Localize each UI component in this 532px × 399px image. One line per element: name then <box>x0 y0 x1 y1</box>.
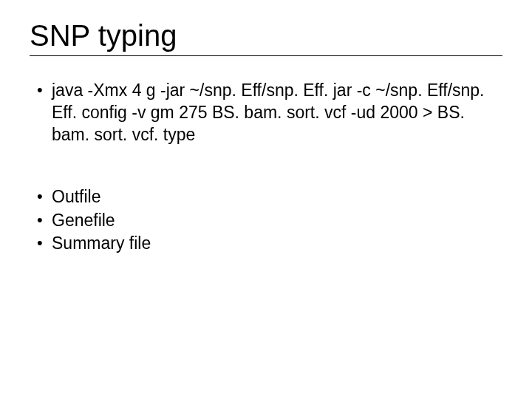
list-item: Outfile <box>37 186 502 208</box>
title-underline <box>30 55 502 56</box>
bullet-list-1: java -Xmx 4 g -jar ~/snp. Eff/snp. Eff. … <box>30 80 502 146</box>
slide-title: SNP typing <box>30 19 502 52</box>
list-item: Genefile <box>37 210 502 232</box>
list-item: Summary file <box>37 233 502 255</box>
list-item: java -Xmx 4 g -jar ~/snp. Eff/snp. Eff. … <box>37 80 502 146</box>
spacer <box>30 148 502 186</box>
bullet-list-2: Outfile Genefile Summary file <box>30 186 502 256</box>
